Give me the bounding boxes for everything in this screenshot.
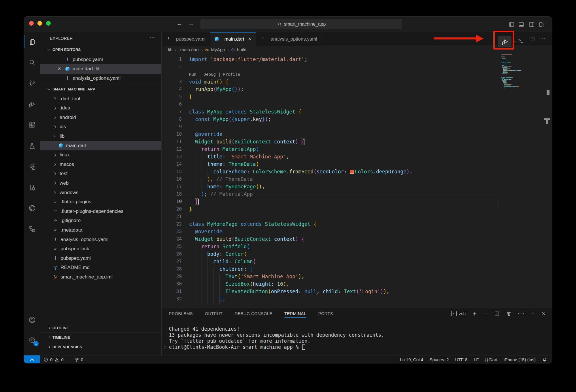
activity-account[interactable] bbox=[24, 313, 40, 327]
tree-item-android[interactable]: android bbox=[40, 113, 161, 122]
open-editor-analysis_options.yaml[interactable]: !analysis_options.yaml bbox=[40, 73, 161, 83]
code-editor[interactable]: 1import 'package:flutter/material.dart';… bbox=[162, 54, 501, 308]
tree-item-web[interactable]: web bbox=[40, 178, 161, 188]
problems-status[interactable]: 0 0 bbox=[40, 355, 67, 363]
remote-indicator[interactable]: >< bbox=[24, 355, 40, 364]
tab-main.dart[interactable]: main.dart✕ bbox=[210, 32, 256, 46]
tree-item-pubspec.yaml[interactable]: !pubspec.yaml bbox=[40, 253, 161, 263]
tree-item-test[interactable]: test bbox=[40, 169, 161, 179]
forward-arrow-icon[interactable]: → bbox=[187, 20, 195, 27]
tree-item-lib[interactable]: lib bbox=[40, 131, 161, 141]
activity-hierarchy[interactable] bbox=[24, 222, 40, 236]
tree-item-ios[interactable]: ios bbox=[40, 122, 161, 132]
panel-tab-problems[interactable]: PROBLEMS bbox=[169, 308, 193, 319]
bell-icon bbox=[542, 357, 547, 362]
activity-source-control[interactable] bbox=[24, 76, 40, 90]
tab-pubspec.yaml[interactable]: !pubspec.yaml bbox=[162, 32, 210, 46]
activity-run-debug[interactable] bbox=[24, 97, 40, 111]
breadcrumb-lib[interactable]: lib bbox=[168, 47, 173, 52]
device-selector-status[interactable]: iPhone (15) (ios) bbox=[501, 357, 539, 362]
open-editor-pubspec.yaml[interactable]: !pubspec.yaml bbox=[40, 55, 161, 64]
notifications-bell-icon[interactable] bbox=[539, 357, 552, 362]
ports-status[interactable]: 0 bbox=[71, 355, 86, 363]
project-root-header[interactable]: SMART_MACHINE_APP bbox=[40, 84, 161, 94]
panel-tab-output[interactable]: OUTPUT bbox=[205, 308, 222, 319]
panel-tab-debug-console[interactable]: DEBUG CONSOLE bbox=[235, 308, 272, 319]
tree-item-macos[interactable]: macos bbox=[40, 160, 161, 169]
layout-panel-icon[interactable] bbox=[518, 21, 525, 28]
maximize-panel-button[interactable] bbox=[530, 311, 535, 316]
breadcrumb-MyApp[interactable]: MyApp bbox=[205, 47, 225, 52]
cursor-position-status[interactable]: Ln 19, Col 4 bbox=[397, 357, 426, 362]
command-center-search[interactable]: smart_machine_app bbox=[201, 19, 402, 29]
tree-item-windows[interactable]: windows bbox=[40, 188, 161, 197]
chevron-right-icon bbox=[53, 163, 56, 166]
codelens-run-debug-profile[interactable]: Run | Debug | Profile bbox=[189, 71, 240, 78]
breadcrumb[interactable]: lib›main.dart›MyApp›build bbox=[168, 46, 246, 54]
split-editor-icon[interactable] bbox=[529, 36, 535, 42]
activity-testing[interactable] bbox=[24, 139, 40, 153]
section-timeline[interactable]: TIMELINE bbox=[40, 332, 161, 342]
tree-item-analysis_options.yaml[interactable]: !analysis_options.yaml bbox=[40, 235, 161, 244]
layout-customize-icon[interactable] bbox=[538, 21, 545, 28]
maximize-window-button[interactable] bbox=[46, 21, 51, 26]
tree-item-.metadata[interactable]: .metadata bbox=[40, 225, 161, 235]
terminal-output[interactable]: Changed 41 dependencies!13 packages have… bbox=[169, 326, 384, 350]
activity-github[interactable] bbox=[24, 201, 40, 215]
more-actions-icon[interactable]: ··· bbox=[539, 36, 546, 41]
tree-item-README.md[interactable]: README.md bbox=[40, 263, 161, 272]
chevron-right-icon bbox=[53, 191, 56, 194]
terminal-instance-zsh[interactable]: >_zsh bbox=[451, 311, 466, 316]
panel-more-actions[interactable]: ··· bbox=[518, 310, 524, 317]
tree-item-.idea[interactable]: .idea bbox=[40, 103, 161, 113]
tab-analysis_options.yaml[interactable]: !analysis_options.yaml bbox=[256, 32, 322, 46]
activity-flutter[interactable] bbox=[24, 160, 40, 173]
tree-item-linux[interactable]: linux bbox=[40, 150, 161, 160]
class-icon bbox=[205, 48, 209, 52]
tree-item-.flutter-plugins-dependencies[interactable]: .flutter-plugins-dependencies bbox=[40, 207, 161, 216]
section-dependencies[interactable]: DEPENDENCIES bbox=[40, 342, 161, 351]
search-icon bbox=[277, 22, 282, 27]
section-outline[interactable]: OUTLINE bbox=[40, 323, 161, 332]
split-terminal-button[interactable] bbox=[494, 310, 500, 317]
language-mode-status[interactable]: {} Dart bbox=[482, 357, 501, 362]
tree-item-.flutter-plugins[interactable]: .flutter-plugins bbox=[40, 197, 161, 207]
open-editors-header[interactable]: OPEN EDITORS bbox=[40, 45, 161, 54]
code-text: } bbox=[189, 198, 199, 205]
layout-sidebar-right-icon[interactable] bbox=[528, 21, 535, 28]
panel-tab-ports[interactable]: PORTS bbox=[318, 308, 333, 319]
open-terminal-icon[interactable]: >_ bbox=[518, 38, 523, 43]
activity-settings-gear[interactable]: 1 bbox=[24, 333, 40, 347]
open-editor-main.dart[interactable]: ✕main.dartlib bbox=[40, 64, 161, 74]
tree-item-.gitignore[interactable]: .gitignore bbox=[40, 216, 161, 226]
breadcrumb-main.dart[interactable]: main.dart bbox=[179, 47, 199, 52]
tree-item-.dart_tool[interactable]: .dart_tool bbox=[40, 94, 161, 103]
breadcrumb-build[interactable]: build bbox=[231, 47, 246, 52]
new-terminal-button[interactable] bbox=[472, 311, 477, 317]
tree-item-smart_machine_app.iml[interactable]: smart_machine_app.iml bbox=[40, 272, 161, 282]
eol-status[interactable]: LF bbox=[471, 357, 482, 362]
close-editor-icon[interactable]: ✕ bbox=[57, 66, 62, 71]
kill-terminal-button[interactable] bbox=[506, 311, 512, 317]
terminal-dropdown-icon[interactable] bbox=[484, 311, 488, 316]
chevron-right-icon bbox=[53, 125, 56, 128]
close-window-button[interactable] bbox=[29, 21, 34, 26]
terminal-prompt-line[interactable]: clint@Clints-MacBook-Air smart_machine_a… bbox=[169, 344, 384, 350]
minimize-window-button[interactable] bbox=[37, 21, 42, 26]
close-panel-button[interactable] bbox=[541, 311, 546, 316]
panel-tab-terminal[interactable]: TERMINAL bbox=[284, 308, 306, 319]
indentation-status[interactable]: Spaces: 2 bbox=[426, 357, 452, 362]
close-tab-icon[interactable]: ✕ bbox=[248, 36, 252, 41]
more-actions-icon[interactable]: ··· bbox=[150, 35, 156, 41]
minimap[interactable] bbox=[501, 54, 533, 89]
back-arrow-icon[interactable]: ← bbox=[175, 20, 184, 27]
activity-search[interactable] bbox=[24, 56, 40, 69]
tree-item-main.dart[interactable]: main.dart bbox=[40, 141, 161, 150]
tree-item-pubspec.lock[interactable]: pubspec.lock bbox=[40, 244, 161, 254]
activity-files[interactable] bbox=[24, 35, 40, 49]
encoding-status[interactable]: UTF-8 bbox=[452, 357, 471, 362]
activity-extensions[interactable] bbox=[24, 118, 40, 132]
activity-file-gear[interactable] bbox=[24, 180, 40, 194]
line-number: 13 bbox=[162, 153, 182, 160]
layout-sidebar-icon[interactable] bbox=[508, 21, 515, 28]
